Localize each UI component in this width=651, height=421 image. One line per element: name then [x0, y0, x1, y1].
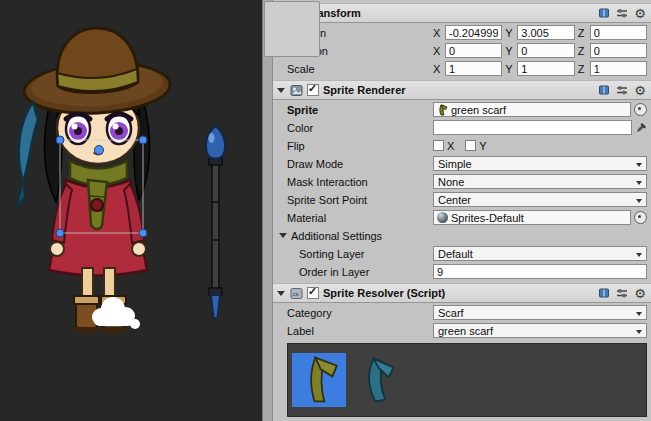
flip-y-checkbox[interactable]	[465, 140, 476, 151]
sorting-layer-value: Default	[438, 248, 473, 260]
sprite-label: Sprite	[287, 104, 433, 116]
draw-mode-dropdown[interactable]: Simple	[433, 156, 647, 171]
help-icon[interactable]	[597, 83, 611, 97]
z-axis-label: Z	[578, 27, 587, 39]
unity-editor-window: Transform ⚙ Position X Y Z Rotation	[0, 0, 651, 421]
sprite-value: green scarf	[451, 104, 506, 116]
material-sphere-icon	[437, 212, 448, 223]
position-x-field[interactable]	[445, 25, 502, 40]
mask-interaction-dropdown[interactable]: None	[433, 174, 647, 189]
z-axis-label: Z	[578, 63, 587, 75]
sprite-renderer-header[interactable]: Sprite Renderer ⚙	[273, 80, 651, 100]
mask-interaction-value: None	[438, 176, 464, 188]
flip-row: Flip X Y	[273, 137, 651, 154]
sprite-mini-icon	[437, 104, 448, 116]
gear-icon[interactable]: ⚙	[633, 6, 647, 20]
color-row: Color	[273, 119, 651, 136]
flip-x-checkbox[interactable]	[433, 140, 444, 151]
label-dropdown[interactable]: green scarf	[433, 323, 647, 338]
additional-settings-label: Additional Settings	[291, 230, 382, 242]
draw-mode-row: Draw Mode Simple	[273, 155, 651, 172]
x-axis-label: X	[433, 27, 442, 39]
transform-header[interactable]: Transform ⚙	[273, 3, 651, 23]
material-value: Sprites-Default	[451, 212, 524, 224]
label-value: green scarf	[438, 325, 493, 337]
rotation-y-field[interactable]	[517, 43, 574, 58]
flip-label: Flip	[287, 140, 433, 152]
color-swatch[interactable]	[433, 120, 632, 135]
sprite-thumb-teal-scarf[interactable]	[352, 353, 406, 407]
inspector-panel: Transform ⚙ Position X Y Z Rotation	[273, 0, 651, 421]
inspector-scrollbar[interactable]	[262, 0, 273, 421]
order-in-layer-label: Order in Layer	[287, 266, 433, 278]
y-axis-label: Y	[505, 45, 514, 57]
sprite-resolver-title: Sprite Resolver (Script)	[323, 287, 445, 299]
object-picker-icon[interactable]	[634, 103, 647, 116]
presets-icon[interactable]	[615, 286, 629, 300]
rotation-z-field[interactable]	[590, 43, 647, 58]
x-axis-label: X	[433, 45, 442, 57]
sprite-sort-point-row: Sprite Sort Point Center	[273, 191, 651, 208]
material-label: Material	[287, 212, 433, 224]
presets-icon[interactable]	[615, 83, 629, 97]
color-label: Color	[287, 122, 433, 134]
order-in-layer-row: Order in Layer	[273, 263, 651, 280]
x-axis-label: X	[433, 63, 442, 75]
sorting-layer-dropdown[interactable]: Default	[433, 246, 647, 261]
label-row: Label green scarf	[273, 322, 651, 339]
material-row: Material Sprites-Default	[273, 209, 651, 226]
z-axis-label: Z	[578, 45, 587, 57]
sprite-sort-point-label: Sprite Sort Point	[287, 194, 433, 206]
sprite-renderer-icon	[289, 83, 303, 97]
scene-view[interactable]	[0, 0, 262, 421]
rotation-row: Rotation X Y Z	[273, 42, 651, 59]
sprite-resolver-header[interactable]: cs Sprite Resolver (Script) ⚙	[273, 283, 651, 303]
scene-canvas	[0, 0, 262, 421]
sprite-variant-strip	[287, 343, 647, 417]
order-in-layer-field[interactable]	[433, 264, 647, 279]
help-icon[interactable]	[597, 286, 611, 300]
y-axis-label: Y	[505, 27, 514, 39]
sprite-resolver-enabled-checkbox[interactable]	[307, 287, 319, 299]
teal-scarf-thumbnail	[355, 355, 403, 405]
additional-settings-row[interactable]: Additional Settings	[273, 227, 651, 244]
green-scarf-thumbnail	[295, 355, 343, 405]
sorting-layer-label: Sorting Layer	[287, 248, 433, 260]
eyedropper-icon[interactable]	[635, 122, 647, 134]
gear-icon[interactable]: ⚙	[633, 286, 647, 300]
sprite-object-field[interactable]: green scarf	[433, 102, 631, 117]
scrollbar-thumb[interactable]	[264, 1, 320, 57]
mask-interaction-row: Mask Interaction None	[273, 173, 651, 190]
position-y-field[interactable]	[517, 25, 574, 40]
sprite-row: Sprite green scarf	[273, 101, 651, 118]
material-object-field[interactable]: Sprites-Default	[433, 210, 631, 225]
sprite-renderer-enabled-checkbox[interactable]	[307, 84, 319, 96]
scale-label: Scale	[287, 63, 433, 75]
scale-z-field[interactable]	[590, 61, 647, 76]
mask-interaction-label: Mask Interaction	[287, 176, 433, 188]
foldout-arrow-icon[interactable]	[277, 88, 285, 93]
scale-y-field[interactable]	[517, 61, 574, 76]
foldout-arrow-icon[interactable]	[279, 233, 287, 238]
flip-x-label: X	[447, 140, 454, 152]
flip-y-label: Y	[479, 140, 486, 152]
scale-x-field[interactable]	[445, 61, 502, 76]
draw-mode-label: Draw Mode	[287, 158, 433, 170]
category-row: Category Scarf	[273, 304, 651, 321]
foldout-arrow-icon[interactable]	[277, 291, 285, 296]
draw-mode-value: Simple	[438, 158, 472, 170]
sprite-thumb-green-scarf[interactable]	[292, 353, 346, 407]
scale-row: Scale X Y Z	[273, 60, 651, 77]
help-icon[interactable]	[597, 6, 611, 20]
gear-icon[interactable]: ⚙	[633, 83, 647, 97]
category-value: Scarf	[438, 307, 464, 319]
rotation-x-field[interactable]	[445, 43, 502, 58]
sprite-sort-point-dropdown[interactable]: Center	[433, 192, 647, 207]
category-dropdown[interactable]: Scarf	[433, 305, 647, 320]
object-picker-icon[interactable]	[634, 211, 647, 224]
y-axis-label: Y	[505, 63, 514, 75]
presets-icon[interactable]	[615, 6, 629, 20]
position-z-field[interactable]	[590, 25, 647, 40]
sprite-sort-point-value: Center	[438, 194, 471, 206]
label-label: Label	[287, 325, 433, 337]
